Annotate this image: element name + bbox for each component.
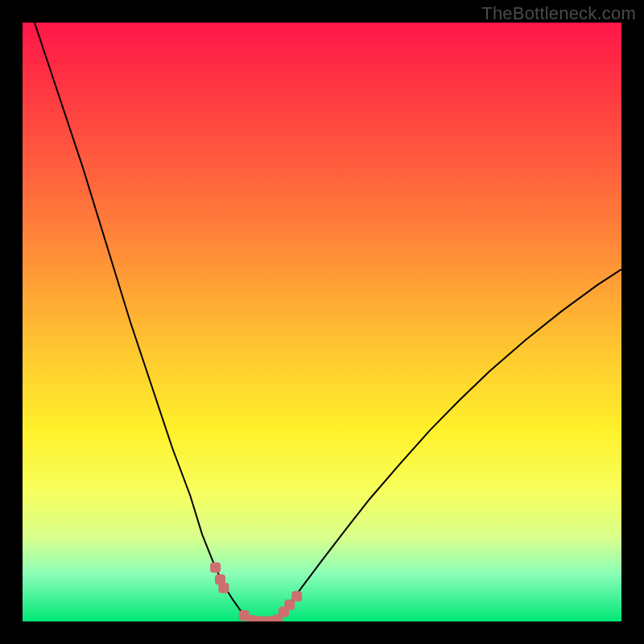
marker-point: [285, 600, 295, 609]
chart-frame: TheBottleneck.com: [0, 0, 644, 644]
marker-point: [292, 592, 302, 601]
curve-layer: [23, 23, 621, 621]
trough-markers: [211, 563, 302, 621]
marker-point: [219, 583, 229, 592]
plot-area: [23, 23, 621, 621]
bottleneck-curve: [35, 23, 621, 621]
marker-point: [211, 563, 221, 572]
watermark-text: TheBottleneck.com: [481, 3, 636, 24]
